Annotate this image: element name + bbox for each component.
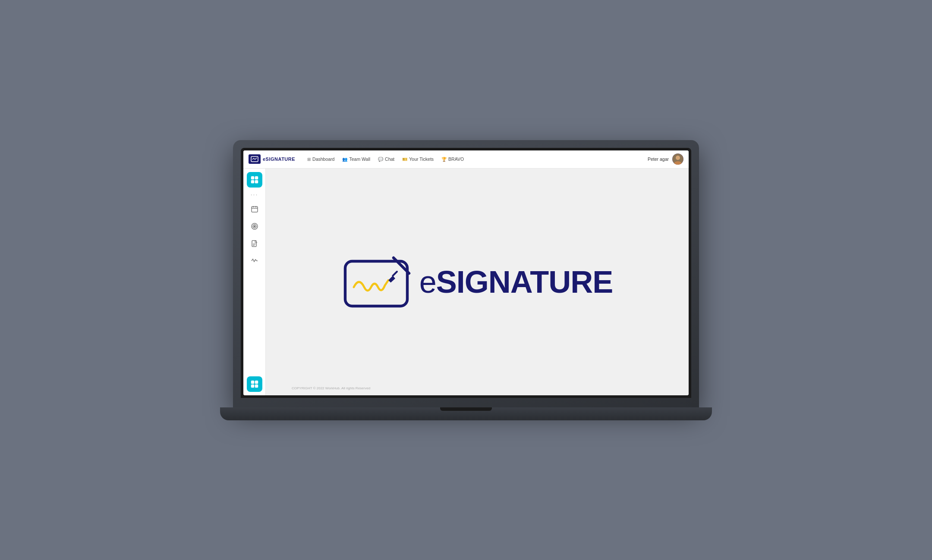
sidebar-item-document[interactable] xyxy=(247,236,262,251)
laptop-base xyxy=(220,407,712,420)
svg-rect-8 xyxy=(252,206,258,212)
svg-point-14 xyxy=(254,225,255,227)
app-body: ··· xyxy=(243,169,689,395)
esignature-icon xyxy=(342,254,411,310)
logo-area: eSIGNATURE xyxy=(249,154,295,164)
svg-rect-5 xyxy=(255,176,258,179)
sidebar: ··· xyxy=(243,169,266,395)
avatar[interactable] xyxy=(672,153,683,165)
screen: eSIGNATURE ⊞ Dashboard 👥 Team Wall 💬 xyxy=(243,150,689,395)
user-name: Peter agar xyxy=(648,156,669,162)
svg-point-2 xyxy=(676,156,680,160)
svg-rect-18 xyxy=(251,381,254,384)
sidebar-item-apps[interactable] xyxy=(247,172,262,188)
main-content: eSIGNATURE COPYRIGHT © 2022 WorkHub. All… xyxy=(266,169,689,395)
nav-items: ⊞ Dashboard 👥 Team Wall 💬 Chat 🎫 xyxy=(304,155,646,163)
screen-bezel: eSIGNATURE ⊞ Dashboard 👥 Team Wall 💬 xyxy=(241,148,691,398)
svg-rect-20 xyxy=(251,385,254,388)
sidebar-item-apps-bottom[interactable] xyxy=(247,376,262,392)
sidebar-item-target[interactable] xyxy=(247,219,262,234)
sidebar-more-dots: ··· xyxy=(251,189,258,200)
laptop-wrapper: eSIGNATURE ⊞ Dashboard 👥 Team Wall 💬 xyxy=(233,140,699,420)
topbar: eSIGNATURE ⊞ Dashboard 👥 Team Wall 💬 xyxy=(243,150,689,169)
team-wall-icon: 👥 xyxy=(342,157,347,162)
laptop-body: eSIGNATURE ⊞ Dashboard 👥 Team Wall 💬 xyxy=(233,140,699,407)
svg-rect-4 xyxy=(251,176,254,179)
nav-team-wall[interactable]: 👥 Team Wall xyxy=(339,155,374,163)
nav-chat[interactable]: 💬 Chat xyxy=(375,155,398,163)
dashboard-icon: ⊞ xyxy=(307,157,311,162)
copyright-text: COPYRIGHT © 2022 WorkHub. All rights Res… xyxy=(292,386,370,390)
bravo-nav-icon: 🏆 xyxy=(441,157,447,162)
svg-rect-6 xyxy=(251,180,254,183)
sidebar-item-calendar[interactable] xyxy=(247,201,262,217)
nav-bravo[interactable]: 🏆 BRAVO xyxy=(438,155,467,163)
nav-tickets[interactable]: 🎫 Your Tickets xyxy=(399,155,437,163)
logo-icon-small xyxy=(249,154,261,164)
app-title: eSIGNATURE xyxy=(263,156,295,162)
sidebar-item-activity[interactable] xyxy=(247,253,262,269)
center-logo: eSIGNATURE xyxy=(342,254,613,310)
svg-rect-7 xyxy=(255,180,258,183)
svg-rect-19 xyxy=(255,381,258,384)
nav-dashboard[interactable]: ⊞ Dashboard xyxy=(304,155,338,163)
esignature-text: eSIGNATURE xyxy=(419,264,613,300)
tickets-icon: 🎫 xyxy=(402,157,407,162)
user-area: Peter agar xyxy=(648,153,683,165)
svg-rect-21 xyxy=(255,385,258,388)
chat-nav-icon: 💬 xyxy=(378,157,383,162)
